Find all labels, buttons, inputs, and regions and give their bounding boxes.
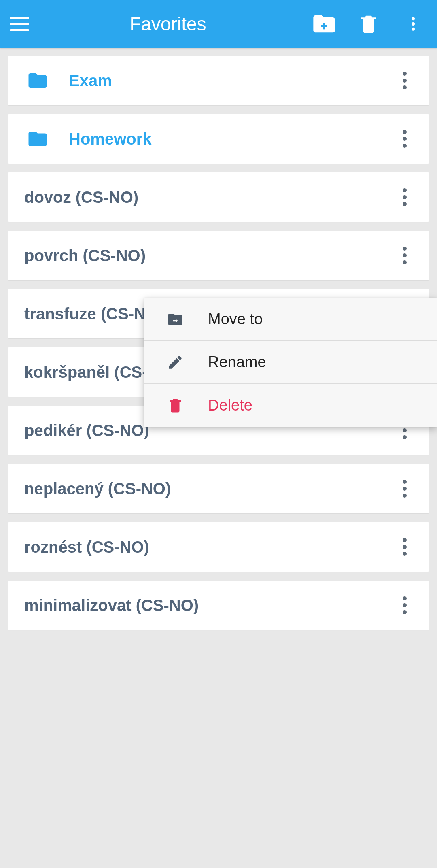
- folder-item[interactable]: Exam: [8, 56, 429, 105]
- item-overflow-icon[interactable]: [397, 127, 413, 151]
- item-label: minimalizovat (CS-NO): [24, 596, 397, 615]
- folder-icon: [24, 128, 51, 150]
- folder-icon: [24, 70, 51, 91]
- list-item[interactable]: povrch (CS-NO): [8, 231, 429, 280]
- menu-delete[interactable]: Delete: [144, 384, 437, 427]
- header-actions: [310, 10, 427, 38]
- item-label: dovoz (CS-NO): [24, 188, 397, 206]
- folder-label: Homework: [69, 130, 397, 148]
- item-label: povrch (CS-NO): [24, 247, 397, 265]
- new-folder-icon[interactable]: [310, 10, 338, 38]
- svg-point-3: [412, 22, 415, 26]
- trash-icon: [167, 397, 184, 414]
- menu-label: Rename: [208, 353, 266, 371]
- list-item[interactable]: roznést (CS-NO): [8, 522, 429, 572]
- pencil-icon: [167, 354, 184, 371]
- menu-move-to[interactable]: Move to: [144, 298, 437, 341]
- svg-point-2: [412, 17, 415, 20]
- item-label: neplacený (CS-NO): [24, 480, 397, 498]
- item-overflow-icon[interactable]: [397, 243, 413, 268]
- app-header: Favorites: [0, 0, 437, 48]
- delete-icon[interactable]: [354, 10, 383, 38]
- item-overflow-icon[interactable]: [397, 477, 413, 501]
- list-item[interactable]: neplacený (CS-NO): [8, 464, 429, 513]
- item-label: roznést (CS-NO): [24, 538, 397, 556]
- menu-label: Delete: [208, 397, 252, 414]
- item-overflow-icon[interactable]: [397, 535, 413, 559]
- page-title: Favorites: [26, 13, 310, 35]
- folder-label: Exam: [69, 72, 397, 90]
- item-overflow-icon[interactable]: [397, 593, 413, 617]
- svg-rect-1: [321, 25, 327, 27]
- folder-item[interactable]: Homework: [8, 114, 429, 164]
- item-overflow-icon[interactable]: [397, 185, 413, 209]
- item-overflow-icon[interactable]: [397, 68, 413, 93]
- list-item[interactable]: minimalizovat (CS-NO): [8, 581, 429, 630]
- context-menu: Move to Rename Delete: [144, 298, 437, 427]
- overflow-icon[interactable]: [399, 10, 427, 38]
- menu-rename[interactable]: Rename: [144, 341, 437, 384]
- folder-arrow-icon: [167, 311, 184, 328]
- menu-label: Move to: [208, 311, 263, 328]
- list-item[interactable]: dovoz (CS-NO): [8, 172, 429, 222]
- svg-point-4: [412, 28, 415, 31]
